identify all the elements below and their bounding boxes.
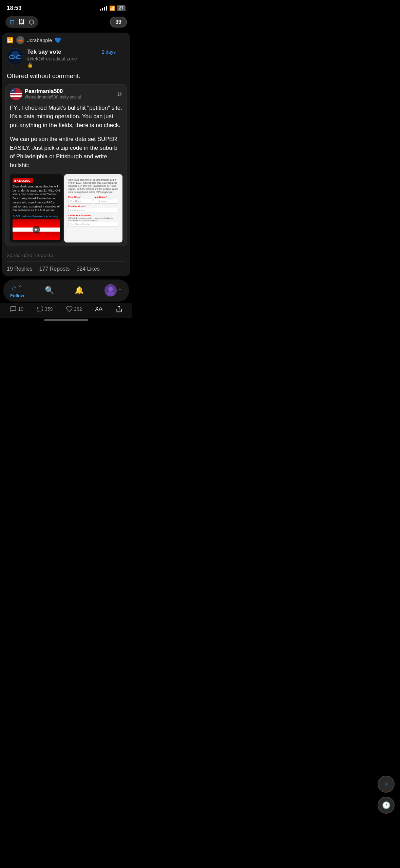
play-button[interactable]: ▶ [33, 226, 40, 233]
quoted-time: 1h [117, 91, 122, 97]
svg-point-11 [108, 287, 113, 291]
repost-header: 🔁 🦀 Jcrabapple 💙 [2, 33, 130, 46]
post-time: 2 days [102, 49, 116, 55]
replies-stat[interactable]: 19 Replies [7, 266, 33, 272]
form-last-name-input: Last Name [94, 199, 119, 204]
quoted-post: Pearlmania500 @pearlmania500.bsky.social… [5, 84, 127, 246]
nav-search-icon[interactable]: 🔍 [45, 286, 54, 295]
form-phone-input: Cell Phone Number [68, 222, 118, 227]
quoted-handle: @pearlmania500.bsky.social [25, 94, 114, 100]
wifi-icon: 📶 [109, 5, 115, 11]
svg-point-9 [13, 90, 14, 91]
tab-image-icon[interactable]: 🖼 [19, 19, 25, 26]
repost-count: 359 [45, 306, 53, 312]
news-label: BREAKING: [13, 178, 33, 183]
nav-profile[interactable]: ⌃ [104, 284, 122, 296]
svg-point-1 [11, 51, 19, 59]
form-first-name-input: First Name [68, 199, 93, 204]
news-text: Elon Musk announces that he will be rand… [13, 185, 60, 213]
tab-bar-top: ⊡ 🖼 ⬡ 39 [0, 14, 132, 31]
reply-toolbar-item[interactable]: 19 [10, 306, 23, 312]
repost-icon: 🔁 [7, 37, 14, 43]
like-toolbar-item[interactable]: 262 [66, 306, 82, 312]
verified-indicator: 🔒 [27, 62, 126, 68]
home-icon: ⌂ [12, 283, 17, 292]
form-last-name-label: Last Name* [94, 196, 119, 198]
reposts-stat[interactable]: 177 Reposts [39, 266, 70, 272]
post-timestamp: 2024/10/20 13:05:13 [2, 250, 130, 261]
image-grid: BREAKING: Elon Musk announces that he wi… [6, 173, 127, 246]
nav-profile-chevron: ⌃ [118, 288, 122, 293]
status-icons: 📶 27 [100, 5, 126, 11]
battery-badge: 27 [117, 5, 126, 11]
nav-home-label: Follow [10, 293, 24, 298]
reply-count: 19 [18, 306, 23, 312]
more-options-button[interactable]: ··· [118, 48, 126, 55]
form-image: Offer valid from time of posting through… [64, 174, 122, 242]
tab-home-icon[interactable]: ⊡ [9, 18, 15, 26]
form-phone-info: Will only be used to confirm you are the… [68, 217, 118, 221]
news-video-thumb: ▶ [13, 219, 60, 240]
quoted-text-1: FYI, I checked Musk's bullshit "petition… [6, 102, 127, 133]
quoted-header: Pearlmania500 @pearlmania500.bsky.social… [6, 85, 127, 102]
bottom-toolbar: 19 359 262 XA [0, 303, 132, 318]
form-email-input: Email Address [68, 208, 118, 213]
quoted-text-2: We can poison the entire data set SUPER … [6, 133, 127, 173]
post-avatar[interactable] [7, 48, 24, 65]
repost-toolbar-item[interactable]: 359 [37, 306, 53, 312]
post-handle: @tek@freeradical.zone [27, 56, 126, 61]
likes-stat[interactable]: 324 Likes [76, 266, 100, 272]
post-meta: Tek say vote 2 days ··· @tek@freeradical… [27, 48, 126, 68]
post-author: Tek say vote [27, 49, 61, 55]
main-card: 🔁 🦀 Jcrabapple 💙 Tek say vote 2 days ··· [2, 33, 130, 276]
translate-toolbar-item[interactable]: XA [95, 306, 102, 312]
like-count: 262 [74, 306, 82, 312]
nav-home-chevron: ⌃ [18, 284, 22, 291]
svg-rect-6 [10, 93, 22, 94]
nav-notifications-icon[interactable]: 🔔 [75, 286, 84, 295]
post-header: Tek say vote 2 days ··· @tek@freeradical… [2, 46, 130, 69]
tab-layers-icon[interactable]: ⬡ [29, 18, 34, 26]
news-image: BREAKING: Elon Musk announces that he wi… [10, 174, 63, 242]
form-phone-label: Cell Phone Number* [68, 214, 118, 217]
status-time: 18:53 [7, 5, 21, 12]
reposter-avatar: 🦀 [16, 36, 24, 44]
quoted-author: Pearlmania500 [25, 88, 114, 94]
status-bar: 18:53 📶 27 [0, 0, 132, 14]
share-toolbar-item[interactable] [116, 306, 122, 312]
svg-rect-7 [10, 95, 22, 97]
post-text: Offered without comment. [2, 69, 130, 84]
notification-badge[interactable]: 39 [110, 17, 127, 28]
news-sign: SIGN: petition.theamericapac.org [13, 215, 60, 218]
home-indicator [44, 319, 88, 321]
quoted-avatar [10, 88, 22, 100]
form-first-name-label: First Name* [68, 196, 93, 198]
form-email-label: Email Address* [68, 205, 118, 207]
svg-point-12 [107, 291, 114, 296]
tab-icons[interactable]: ⊡ 🖼 ⬡ [5, 16, 38, 28]
reposter-name: Jcrabapple [27, 37, 52, 43]
nav-home[interactable]: ⌂ ⌃ Follow [10, 283, 24, 298]
quoted-meta: Pearlmania500 @pearlmania500.bsky.social [25, 88, 114, 100]
stats-row: 19 Replies 177 Reposts 324 Likes [2, 262, 130, 276]
bottom-nav: ⌂ ⌃ Follow 🔍 🔔 ⌃ [3, 279, 129, 302]
heart-icon: 💙 [55, 37, 61, 43]
form-info-text: Offer valid from time of posting through… [68, 178, 118, 194]
nav-avatar [104, 284, 117, 296]
signal-bars-icon [100, 6, 107, 11]
